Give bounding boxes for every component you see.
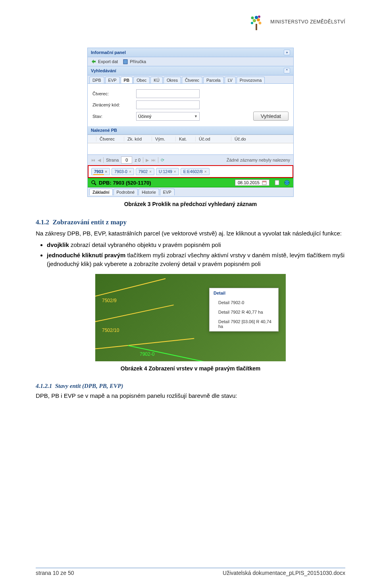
globe-icon[interactable]: [284, 179, 290, 186]
label-stav: Stav:: [92, 114, 136, 119]
input-zkraceny-kod[interactable]: [136, 100, 200, 109]
bullet-jednoduche-kliknuti: jednoduché kliknutí pravým tlačítkem myš…: [47, 251, 345, 268]
export-icon: [91, 59, 96, 64]
panel-header-informacni: Informační panel »: [88, 48, 293, 57]
svg-point-1: [253, 19, 256, 22]
tab-ku[interactable]: KÚ: [150, 77, 163, 83]
panel-header-vyhledavani: Vyhledávání ⌃: [88, 66, 293, 75]
close-icon[interactable]: ×: [149, 170, 152, 174]
parcel-label-1: 7502/9: [101, 298, 117, 303]
tag-7902[interactable]: 7902×: [136, 168, 154, 175]
tag-7903[interactable]: 7903×: [91, 168, 110, 175]
tab-obec[interactable]: Obec: [133, 77, 150, 83]
dpb-date-field[interactable]: 08.10.2015: [235, 179, 269, 186]
col-ucod[interactable]: Úč.od: [196, 137, 231, 141]
bullet-list: dvojklik zobrazí detail vybraného objekt…: [47, 241, 345, 268]
col-ucdo[interactable]: Úč.do: [231, 137, 267, 141]
detail-tabs: Základní Podrobné Historie EVP: [88, 187, 293, 197]
close-icon[interactable]: ×: [174, 170, 176, 174]
nalezene-title: Nalezené PB: [91, 128, 117, 133]
col-kat[interactable]: Kat.: [176, 137, 196, 141]
ministry-logo-icon: [246, 12, 266, 32]
menu-item-detail-7902-0[interactable]: Detail 7902-0: [210, 298, 278, 307]
paging-bar: ⏮ ◀ Strana z 0 ▶ ⏭ ⟳ Žádné záznamy nebyl…: [88, 154, 293, 165]
input-ctverec[interactable]: [136, 89, 200, 98]
tags-row: 7903× 7903-0× 7902× U:1249× E:E4602/8×: [89, 166, 292, 177]
parcel-label-3: 7902-0: [139, 351, 155, 357]
tab-evp-detail[interactable]: EVP: [160, 189, 175, 195]
col-ctverec[interactable]: Čtverec: [96, 137, 124, 141]
parcel-label-2: 7502/10: [101, 328, 120, 333]
blank-page-icon[interactable]: [274, 180, 280, 185]
label-zkraceny-kod: Zkrácený kód:: [92, 102, 136, 107]
caption-obrazek-3: Obrázek 3 Proklik na předchozí vyhledaný…: [36, 201, 345, 207]
magnifier-icon[interactable]: [91, 180, 96, 185]
map-screenshot: 7502/9 7502/10 7902-0 Detail Detail 7902…: [95, 274, 286, 361]
dpb-green-bar: DPB: 7903 (520-1170) 08.10.2015: [88, 178, 293, 187]
select-stav[interactable]: Účinný ▼: [136, 112, 200, 121]
close-icon[interactable]: ×: [105, 170, 107, 174]
svg-rect-8: [123, 60, 127, 64]
tab-historie[interactable]: Historie: [139, 189, 159, 195]
vyhledavani-title: Vyhledávání: [91, 68, 116, 73]
tab-evp[interactable]: EVP: [105, 77, 120, 83]
vyhledat-button[interactable]: Vyhledat: [253, 112, 289, 121]
tag-u1249[interactable]: U:1249×: [156, 168, 179, 175]
page-prev-icon[interactable]: ◀: [98, 158, 101, 163]
svg-point-3: [255, 16, 258, 19]
tab-zakladni[interactable]: Základní: [89, 189, 113, 195]
caption-obrazek-4: Obrázek 4 Zobrazení vrstev v mapě pravým…: [36, 365, 345, 372]
vyhledavani-collapse[interactable]: ⌃: [284, 68, 290, 73]
tab-parcela[interactable]: Parcela: [203, 77, 224, 83]
svg-rect-12: [262, 181, 266, 182]
tag-e4602[interactable]: E:E4602/8×: [181, 168, 210, 175]
svg-point-6: [251, 22, 253, 24]
tab-dpb[interactable]: DPB: [89, 77, 104, 83]
highlighted-tags-box: 7903× 7903-0× 7902× U:1249× E:E4602/8×: [88, 165, 293, 178]
footer-filename: Uživatelská dokumentace_pLPIS_20151030.d…: [223, 570, 345, 576]
page-next-icon[interactable]: ▶: [146, 158, 149, 163]
tab-okres[interactable]: Okres: [164, 77, 181, 83]
svg-point-5: [259, 22, 262, 25]
svg-point-7: [258, 15, 260, 18]
tab-pb[interactable]: PB: [121, 77, 133, 83]
page-header: MINISTERSTVO ZEMĚDĚLSTVÍ: [246, 12, 345, 32]
page-number-input[interactable]: [121, 156, 132, 164]
tag-7903-0[interactable]: 7903-0×: [112, 168, 134, 175]
panel-title: Informační panel: [91, 50, 126, 55]
tab-provozovna[interactable]: Provozovna: [237, 77, 265, 83]
subsection-text: DPB, PB i EVP se v mapě a na popisném pa…: [36, 392, 345, 400]
menu-item-detail-7902-0306[interactable]: Detail 7902 [03.06] R 40,74 ha: [210, 317, 278, 331]
col-zkkod[interactable]: Zk. kód: [124, 137, 152, 141]
svg-point-9: [92, 181, 95, 184]
svg-rect-13: [275, 180, 279, 185]
strana-label: Strana: [106, 158, 119, 162]
refresh-icon[interactable]: ⟳: [161, 158, 164, 163]
svg-rect-0: [256, 24, 257, 30]
tab-podrobne[interactable]: Podrobné: [114, 189, 138, 195]
screenshot-info-panel: Informační panel » Export dat Příručka V…: [87, 48, 294, 197]
svg-line-10: [94, 183, 96, 185]
no-records-text: Žádné záznamy nebyly nalezeny: [227, 158, 290, 162]
chevron-down-icon: ▼: [194, 114, 198, 118]
col-vym[interactable]: Vým.: [152, 137, 176, 141]
heading-4-1-2-1: 4.1.2.1 Stavy entit (DPB, PB, EVP): [36, 383, 345, 389]
panel-collapse-button[interactable]: »: [284, 50, 290, 55]
tab-lv[interactable]: LV: [225, 77, 236, 83]
footer-page-number: strana 10 ze 50: [36, 570, 74, 576]
page-footer: strana 10 ze 50 Uživatelská dokumentace_…: [36, 568, 345, 576]
toolbar: Export dat Příručka: [88, 57, 293, 66]
page-first-icon[interactable]: ⏮: [91, 158, 95, 162]
tab-ctverec[interactable]: Čtverec: [182, 77, 202, 83]
col-blank: [89, 137, 96, 141]
prirucka-button[interactable]: Příručka: [123, 59, 146, 64]
menu-title: Detail: [210, 288, 278, 298]
page-last-icon[interactable]: ⏭: [151, 158, 156, 162]
intro-paragraph: Na zákresy DPB, PB, EVP, katastrálních p…: [36, 229, 345, 237]
panel-header-nalezene: Nalezené PB: [88, 126, 293, 135]
export-dat-button[interactable]: Export dat: [91, 59, 118, 64]
context-menu-detail: Detail Detail 7902-0 Detail 7902 R 40,77…: [209, 288, 279, 332]
menu-item-detail-7902-r[interactable]: Detail 7902 R 40,77 ha: [210, 307, 278, 317]
close-icon[interactable]: ×: [129, 170, 131, 174]
close-icon[interactable]: ×: [204, 170, 207, 174]
